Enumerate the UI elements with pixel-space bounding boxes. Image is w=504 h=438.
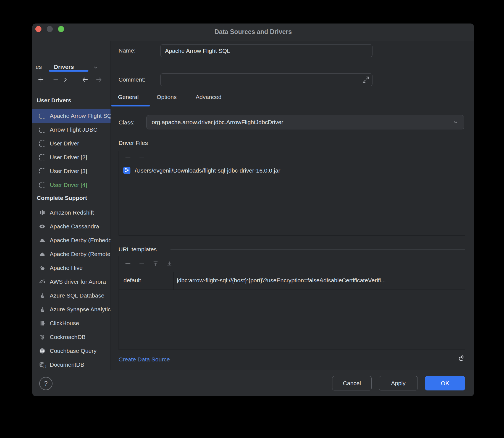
sidebar-item-label: User Driver [2]	[50, 154, 87, 161]
sidebar-item-label: User Driver	[50, 140, 79, 147]
jar-file-icon	[123, 167, 130, 174]
sidebar-item-user-driver-3[interactable]: User Driver [3]	[32, 164, 111, 178]
ok-button[interactable]: OK	[425, 376, 465, 390]
user-driver-icon	[39, 140, 46, 147]
driver-file-path[interactable]: /Users/evgenii/Downloads/flight-sql-jdbc…	[135, 167, 280, 174]
sidebar: es Drivers User Drivers Apache Arrow Fli…	[32, 41, 111, 370]
add-driver-file-icon[interactable]	[124, 154, 132, 161]
sidebar-item-label: Arrow Flight JDBC	[50, 126, 98, 133]
comment-input[interactable]	[160, 73, 372, 86]
url-templates-separator-line	[170, 249, 465, 250]
svg-text:{..}: {..}	[43, 365, 46, 368]
sidebar-item-label: Apache Hive	[50, 265, 83, 271]
comment-label: Comment:	[119, 76, 145, 83]
sidebar-item-apache-derby-embedded[interactable]: Apache Derby (Embedded)	[32, 233, 111, 247]
url-template-value-cell[interactable]: jdbc:arrow-flight-sql://{host}:{port}\?u…	[177, 277, 461, 284]
apache-cassandra-icon	[39, 223, 46, 230]
name-input[interactable]	[160, 44, 372, 57]
apache-derby-icon	[39, 237, 46, 244]
sidebar-item-documentdb[interactable]: {..}DocumentDB	[32, 358, 111, 370]
tab-drivers[interactable]: Drivers	[54, 64, 74, 70]
url-table-top-line	[119, 272, 465, 272]
azure-icon	[39, 306, 46, 313]
tab-general[interactable]: General	[118, 92, 139, 102]
chevron-right-icon[interactable]	[62, 76, 69, 83]
user-driver-icon	[39, 126, 46, 133]
help-button[interactable]: ?	[39, 377, 53, 390]
back-arrow-icon[interactable]	[82, 76, 89, 83]
sidebar-item-user-driver[interactable]: User Driver	[32, 137, 111, 150]
sidebar-tab-strip: es Drivers	[32, 41, 111, 73]
sidebar-item-label: CockroachDB	[50, 334, 86, 340]
url-table-column-divider	[173, 272, 174, 290]
sidebar-item-apache-derby-remote[interactable]: Apache Derby (Remote)	[32, 247, 111, 261]
user-driver-icon	[39, 112, 46, 119]
class-value: org.apache.arrow.driver.jdbc.ArrowFlight…	[152, 119, 452, 126]
tab-advanced[interactable]: Advanced	[196, 92, 221, 102]
sidebar-item-clickhouse[interactable]: ClickHouse	[32, 316, 111, 330]
sidebar-item-label: Apache Derby (Embedded)	[50, 237, 111, 244]
footer-divider	[32, 370, 474, 370]
url-template-name-cell[interactable]: default	[124, 277, 170, 284]
sidebar-item-label: Azure SQL Database	[50, 292, 104, 299]
sidebar-item-label: AWS driver for Aurora	[50, 278, 106, 285]
data-sources-dialog: Data Sources and Drivers es Drivers User…	[32, 24, 474, 396]
move-up-icon[interactable]	[152, 260, 159, 267]
undo-icon[interactable]	[457, 354, 467, 364]
sidebar-item-label: ClickHouse	[50, 320, 79, 327]
driver-files-panel: /Users/evgenii/Downloads/flight-sql-jdbc…	[119, 151, 465, 236]
sidebar-item-arrow-flight-jdbc[interactable]: Arrow Flight JDBC	[32, 123, 111, 137]
clickhouse-icon	[39, 320, 46, 327]
add-url-template-icon[interactable]	[124, 260, 132, 267]
sidebar-item-user-driver-4[interactable]: User Driver [4]	[32, 178, 111, 192]
combobox-chevron-down-icon	[452, 119, 459, 126]
user-driver-icon	[39, 181, 46, 189]
active-form-tab-underline	[111, 105, 150, 106]
sidebar-item-cockroachdb[interactable]: CockroachDB	[32, 330, 111, 344]
driver-files-title: Driver Files	[119, 140, 148, 146]
amazon-redshift-icon	[39, 209, 46, 216]
complete-support-header: Complete Support	[37, 195, 106, 201]
sidebar-item-azure-synapse-analytics[interactable]: Azure Synapse Analytics	[32, 303, 111, 316]
remove-url-template-icon[interactable]	[138, 260, 145, 267]
sidebar-item-azure-sql-database[interactable]: Azure SQL Database	[32, 289, 111, 303]
user-driver-icon	[39, 168, 46, 175]
sidebar-item-label: Apache Derby (Remote)	[50, 251, 111, 257]
apache-derby-icon	[39, 251, 46, 258]
sidebar-item-label: DocumentDB	[50, 361, 84, 368]
sidebar-item-label: User Driver [3]	[50, 168, 87, 174]
sidebar-item-user-driver-2[interactable]: User Driver [2]	[32, 150, 111, 164]
sidebar-item-aws-driver-for-aurora[interactable]: AWS driver for Aurora	[32, 275, 111, 289]
documentdb-icon: {..}	[39, 361, 46, 368]
sidebar-item-couchbase-query[interactable]: Couchbase Query	[32, 344, 111, 358]
titlebar: Data Sources and Drivers	[32, 24, 474, 41]
apply-button[interactable]: Apply	[379, 376, 418, 390]
remove-driver-icon[interactable]	[52, 76, 59, 83]
name-label: Name:	[119, 47, 136, 54]
sidebar-item-label: Azure Synapse Analytics	[50, 306, 111, 313]
tab-options[interactable]: Options	[157, 92, 177, 102]
azure-icon	[39, 292, 46, 299]
tab-data-sources-partial[interactable]: es	[36, 64, 42, 70]
user-drivers-header: User Drivers	[37, 97, 106, 104]
active-tab-underline	[49, 70, 88, 72]
cockroachdb-icon	[39, 333, 46, 341]
aws-aurora-icon	[39, 278, 46, 285]
sidebar-item-label: Apache Arrow Flight SQL	[50, 113, 111, 119]
sidebar-item-apache-cassandra[interactable]: Apache Cassandra	[32, 220, 111, 233]
user-driver-icon	[39, 154, 46, 161]
expand-comment-icon[interactable]	[362, 75, 370, 84]
class-label: Class:	[119, 119, 135, 126]
sidebar-item-apache-hive[interactable]: Apache Hive	[32, 261, 111, 275]
create-data-source-link[interactable]: Create Data Source	[119, 356, 170, 363]
help-question-mark: ?	[44, 380, 48, 387]
class-combobox[interactable]: org.apache.arrow.driver.jdbc.ArrowFlight…	[146, 115, 464, 129]
sidebar-item-amazon-redshift[interactable]: Amazon Redshift	[32, 206, 111, 220]
move-down-icon[interactable]	[166, 260, 173, 267]
cancel-button[interactable]: Cancel	[332, 376, 372, 390]
tab-list-chevron-down-icon[interactable]	[93, 64, 99, 71]
add-driver-icon[interactable]	[37, 76, 44, 83]
forward-arrow-icon[interactable]	[95, 76, 103, 83]
remove-driver-file-icon[interactable]	[138, 154, 145, 161]
sidebar-item-apache-arrow-flight-sql[interactable]: Apache Arrow Flight SQL	[32, 109, 111, 123]
